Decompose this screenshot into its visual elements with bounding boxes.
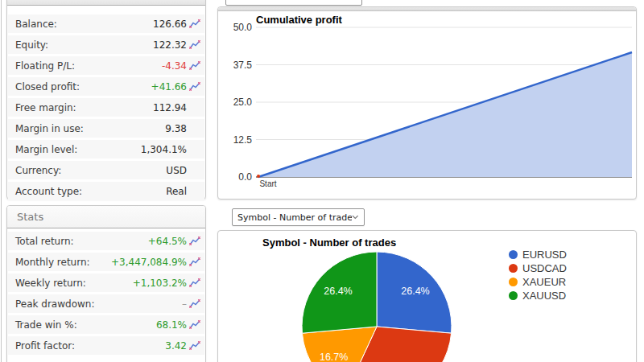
symbol-trades-panel: Symbol - Number of trades 26.4%16.7%26.4… xyxy=(217,230,637,362)
table-row: Weekly return:+1,103.2% xyxy=(8,274,204,292)
account-panel-header-cut xyxy=(7,0,205,6)
legend-label: XAUEUR xyxy=(522,278,566,286)
chevron-down-icon xyxy=(352,215,359,220)
row-icon-slot xyxy=(187,40,200,50)
row-value: 126.66 xyxy=(153,19,187,30)
table-row: Profit factor:3.42 xyxy=(8,336,204,355)
pie-slice-label: 26.4% xyxy=(401,286,429,297)
mini-chart-icon[interactable] xyxy=(189,320,200,330)
cumulative-profit-chart: 0.012.525.037.550.0Cumulative profitStar… xyxy=(218,11,636,199)
row-label: Currency: xyxy=(15,165,166,176)
symbol-trades-pie-chart: 26.4%16.7%26.4% xyxy=(218,231,638,362)
legend-color-dot xyxy=(509,291,518,300)
mini-chart-icon[interactable] xyxy=(189,82,200,92)
svg-text:50.0: 50.0 xyxy=(233,22,253,33)
mini-chart-icon[interactable] xyxy=(189,237,200,246)
legend-color-dot xyxy=(509,264,518,273)
table-row: Trade win %:68.1% xyxy=(8,315,204,334)
legend-label: EURUSD xyxy=(522,250,567,259)
svg-text:0.0: 0.0 xyxy=(238,171,252,183)
pie-slice-label: 26.4% xyxy=(324,286,352,297)
chart-title: Cumulative profit xyxy=(256,14,343,26)
row-label: Weekly return: xyxy=(15,278,133,289)
table-row: Currency:USD xyxy=(8,161,204,179)
row-value: +1,103.2% xyxy=(133,278,187,289)
mini-chart-icon[interactable] xyxy=(189,278,200,288)
pie-chart-type-select-value: Symbol - Number of trades xyxy=(237,212,352,223)
legend-item-eurusd: EURUSD xyxy=(509,250,567,259)
legend-color-dot xyxy=(509,250,518,259)
mini-chart-icon[interactable] xyxy=(189,341,200,351)
page-left-divider xyxy=(1,0,2,362)
table-row: Margin in use:9.38 xyxy=(8,119,204,138)
row-value: USD xyxy=(166,165,187,176)
x-axis-tick-label: Start xyxy=(259,179,276,188)
row-value: 9.38 xyxy=(165,123,187,134)
table-row: Balance:126.66 xyxy=(8,14,204,33)
mini-chart-icon[interactable] xyxy=(189,19,200,29)
mini-chart-icon[interactable] xyxy=(189,299,200,309)
svg-text:37.5: 37.5 xyxy=(233,60,253,71)
row-label: Profit factor: xyxy=(15,340,165,352)
row-icon-slot xyxy=(187,61,200,71)
cumulative-profit-panel: 0.012.525.037.550.0Cumulative profitStar… xyxy=(217,6,637,200)
row-icon-slot xyxy=(187,320,200,330)
row-value: 122.32 xyxy=(153,39,187,51)
row-label: Floating P/L: xyxy=(15,60,162,72)
svg-text:25.0: 25.0 xyxy=(233,97,253,108)
legend-color-dot xyxy=(509,278,518,286)
row-label: Account type: xyxy=(15,186,166,197)
stats-panel-title: Stats xyxy=(17,211,43,223)
row-value: +41.66 xyxy=(151,81,187,93)
row-icon-slot xyxy=(187,19,200,29)
legend-label: USDCAD xyxy=(522,264,567,273)
table-row: Total return:+64.5% xyxy=(8,232,204,250)
table-row: Margin level:1,304.1% xyxy=(8,140,204,158)
row-label: Margin in use: xyxy=(15,123,165,134)
row-label: Monthly return: xyxy=(15,257,111,268)
row-label: Trade win %: xyxy=(15,319,156,331)
row-value: 112.94 xyxy=(153,102,187,113)
row-icon-slot xyxy=(187,237,200,246)
stats-panel: Stats Total return:+64.5%Monthly return:… xyxy=(6,205,206,362)
row-icon-slot xyxy=(187,341,200,351)
table-row: Account type:Real xyxy=(8,182,204,200)
row-label: Free margin: xyxy=(15,102,153,113)
table-row: Closed profit:+41.66 xyxy=(8,77,204,96)
pie-chart-type-select[interactable]: Symbol - Number of trades xyxy=(232,208,365,226)
row-label: Margin level: xyxy=(15,144,141,155)
row-icon-slot xyxy=(187,299,200,309)
table-row: Free margin:112.94 xyxy=(8,98,204,117)
row-label: Balance: xyxy=(15,19,153,30)
pie-legend: EURUSDUSDCADXAUEURXAUUSD xyxy=(509,250,567,305)
row-icon-slot xyxy=(187,82,200,92)
stats-panel-header: Stats xyxy=(7,206,205,228)
row-value: +3,447,084.9% xyxy=(111,257,187,268)
row-value: +64.5% xyxy=(148,236,187,247)
svg-text:12.5: 12.5 xyxy=(233,134,253,146)
table-row: Monthly return:+3,447,084.9% xyxy=(8,253,204,271)
row-icon-slot xyxy=(187,278,200,288)
row-value: 1,304.1% xyxy=(141,144,187,155)
mini-chart-icon[interactable] xyxy=(189,40,200,50)
legend-item-xaueur: XAUEUR xyxy=(509,278,567,286)
mini-chart-icon[interactable] xyxy=(189,257,200,267)
mini-chart-icon[interactable] xyxy=(189,61,200,71)
cumulative-chart-type-select[interactable] xyxy=(225,0,362,6)
row-label: Closed profit: xyxy=(15,81,151,93)
table-row: Peak drawdown:– xyxy=(8,294,204,313)
pie-chart-title: Symbol - Number of trades xyxy=(262,237,396,249)
legend-label: XAUUSD xyxy=(522,291,566,300)
pie-slice-label: 16.7% xyxy=(320,352,348,362)
table-row: Floating P/L:-4.34 xyxy=(8,56,204,75)
row-label: Total return: xyxy=(15,236,148,247)
table-row: Equity:122.32 xyxy=(8,35,204,54)
row-value: Real xyxy=(166,186,187,197)
legend-item-usdcad: USDCAD xyxy=(509,264,567,273)
row-icon-slot xyxy=(187,257,200,267)
row-label: Equity: xyxy=(15,39,153,51)
account-panel: Balance:126.66Equity:122.32Floating P/L:… xyxy=(6,0,206,200)
row-label: Peak drawdown: xyxy=(15,298,182,310)
account-rows: Balance:126.66Equity:122.32Floating P/L:… xyxy=(7,14,205,200)
row-value: -4.34 xyxy=(162,60,187,72)
